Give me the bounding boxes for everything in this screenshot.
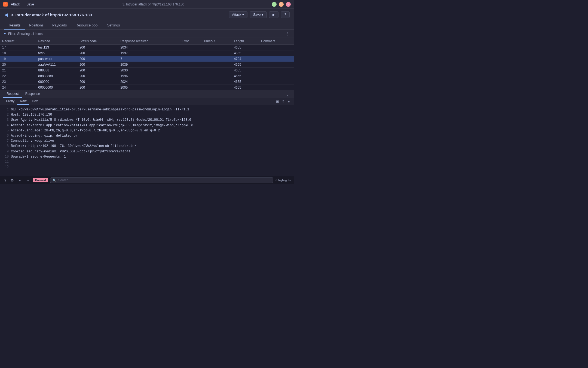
line-number: 6 (3, 133, 9, 138)
table-cell: 4655 (232, 62, 259, 68)
table-cell: 4655 (232, 85, 259, 90)
table-row[interactable]: 17test12320020344655 (0, 45, 294, 50)
header-actions: Attack ▾ Save ▾ ▶ ? (229, 11, 290, 18)
table-cell: 1997 (118, 50, 179, 56)
table-cell (179, 56, 201, 62)
table-cell: 2034 (118, 45, 179, 50)
table-cell: 23 (0, 79, 36, 85)
table-row[interactable]: 20aaaAAA11120020394655 (0, 62, 294, 68)
line-number: 4 (3, 123, 9, 128)
tab-payloads[interactable]: Payloads (48, 21, 71, 30)
menu-save[interactable]: Save (25, 2, 35, 7)
table-row[interactable]: 19password20074704 (0, 56, 294, 62)
col-response-received[interactable]: Response received (118, 38, 179, 45)
app-icon: S (3, 2, 8, 7)
table-cell: test123 (36, 45, 78, 50)
prev-button[interactable]: ← (17, 178, 23, 183)
results-table: Request ↑ Payload Status code Response r… (0, 38, 294, 90)
table-cell: 24 (0, 85, 36, 90)
filter-text: Filter: Showing all items (8, 32, 43, 36)
table-cell (179, 68, 201, 73)
tab-settings[interactable]: Settings (103, 21, 124, 30)
col-comment[interactable]: Comment (259, 38, 294, 45)
chevron-down-icon-save: ▾ (262, 13, 263, 17)
code-line: 7Connection: keep-alive (3, 138, 291, 144)
table-cell (259, 73, 294, 79)
search-input[interactable] (58, 178, 271, 182)
titlebar-menu: Attack Save (10, 2, 35, 7)
format-button[interactable]: ¶ (281, 99, 285, 104)
table-cell (259, 68, 294, 73)
table-cell: 7 (118, 56, 179, 62)
table-cell: 19 (0, 56, 36, 62)
next-button[interactable]: → (25, 178, 31, 183)
table-cell: 200 (77, 45, 118, 50)
table-cell: 00000000 (36, 85, 78, 90)
list-button[interactable]: ≡ (286, 99, 291, 104)
results-table-container[interactable]: Request ↑ Payload Status code Response r… (0, 38, 294, 90)
settings-icon-button[interactable]: ⚙ (10, 178, 15, 183)
filter-options-button[interactable]: ⋮ (285, 32, 291, 36)
code-line: 2Host: 192.168.176.130 (3, 112, 291, 117)
code-line: 5Accept-Language: zh-CN,zh;q=0.8,zh-TW;q… (3, 128, 291, 133)
save-button[interactable]: Save ▾ (250, 11, 267, 18)
help-icon-button[interactable]: ? (3, 178, 7, 183)
tab-positions[interactable]: Positions (25, 21, 48, 30)
col-payload[interactable]: Payload (36, 38, 78, 45)
request-code-area[interactable]: 1GET /dvwa/DVWA/vulnerabilities/brute/?u… (0, 105, 294, 176)
bottom-panel: Request Response ⋮ Pretty Raw Hex ⊞ ¶ ≡ … (0, 90, 294, 176)
code-text: Accept: text/html,application/xhtml+xml,… (11, 123, 193, 128)
panel-tab-request[interactable]: Request (3, 90, 22, 98)
back-button[interactable]: ◀ (4, 12, 8, 18)
line-number: 12 (3, 165, 9, 170)
table-cell (179, 73, 201, 79)
panel-options-button[interactable]: ⋮ (285, 92, 291, 96)
code-line: 3User-Agent: Mozilla/5.0 (Windows NT 10.… (3, 117, 291, 123)
col-error[interactable]: Error (179, 38, 201, 45)
table-row[interactable]: 2300000020020244655 (0, 79, 294, 85)
table-cell (179, 85, 201, 90)
attack-button[interactable]: Attack ▾ (229, 11, 247, 18)
table-cell (179, 62, 201, 68)
play-button[interactable]: ▶ (269, 11, 278, 18)
search-bar[interactable]: 🔍 (50, 177, 273, 183)
filter-bar: ▼ Filter: Showing all items ⋮ (0, 30, 294, 38)
page-title: 3. Intruder attack of http://192.168.176… (11, 13, 92, 17)
table-cell: 4655 (232, 68, 259, 73)
sub-tabs: Pretty Raw Hex ⊞ ¶ ≡ (0, 98, 294, 105)
table-cell (201, 45, 232, 50)
table-cell: 888888 (36, 68, 78, 73)
menu-attack[interactable]: Attack (10, 2, 21, 7)
sub-tab-hex[interactable]: Hex (29, 98, 40, 105)
col-length[interactable]: Length (232, 38, 259, 45)
line-number: 3 (3, 117, 9, 123)
sub-tab-pretty[interactable]: Pretty (3, 98, 17, 105)
table-row[interactable]: 18test220019974655 (0, 50, 294, 56)
titlebar: S Attack Save 3. Intruder attack of http… (0, 0, 294, 9)
panel-tab-response[interactable]: Response (22, 90, 43, 98)
status-bar-left: ? ⚙ ← → Paused (3, 178, 48, 183)
tab-resource-pool[interactable]: Resource pool (71, 21, 103, 30)
col-request[interactable]: Request ↑ (0, 38, 36, 45)
col-timeout[interactable]: Timeout (201, 38, 232, 45)
table-row[interactable]: 228888888820019964655 (0, 73, 294, 79)
col-status-code[interactable]: Status code (77, 38, 118, 45)
close-button[interactable]: ✕ (286, 2, 291, 7)
word-wrap-button[interactable]: ⊞ (275, 99, 280, 104)
table-cell: 4655 (232, 45, 259, 50)
table-cell: test2 (36, 50, 78, 56)
table-row[interactable]: 2188888820020304655 (0, 68, 294, 73)
sub-tab-raw[interactable]: Raw (17, 98, 29, 105)
table-row[interactable]: 240000000020020054655 (0, 85, 294, 90)
minimize-button[interactable]: − (272, 2, 277, 7)
table-cell: 88888888 (36, 73, 78, 79)
chevron-down-icon: ▾ (242, 13, 244, 17)
paused-badge: Paused (33, 178, 48, 182)
panel-tabs: Request Response ⋮ (0, 90, 294, 98)
table-cell: 17 (0, 45, 36, 50)
tab-results[interactable]: Results (4, 21, 25, 30)
help-button[interactable]: ? (281, 11, 290, 18)
code-text: Host: 192.168.176.130 (11, 112, 52, 117)
maximize-button[interactable]: □ (279, 2, 284, 7)
table-cell: 22 (0, 73, 36, 79)
